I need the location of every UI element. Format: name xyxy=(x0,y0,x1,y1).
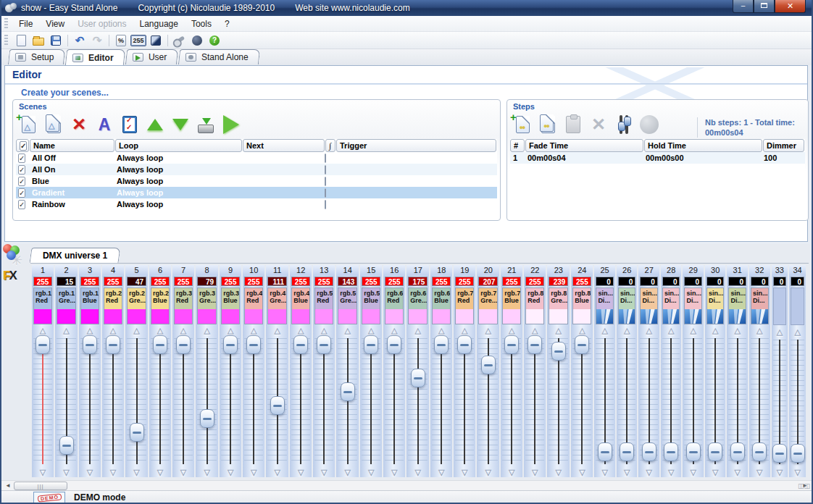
fader-thumb[interactable] xyxy=(246,335,261,354)
scene-trigger-checkbox[interactable] xyxy=(325,200,326,209)
patch-button[interactable] xyxy=(172,33,188,48)
scene-trigger-checkbox[interactable] xyxy=(325,177,326,186)
fader-down-arrow-icon[interactable]: ▽ xyxy=(547,468,570,476)
menu-file[interactable]: File xyxy=(12,17,39,30)
fader-up-arrow-icon[interactable]: △ xyxy=(789,327,806,336)
scene-enabled-checkbox[interactable]: ✓ xyxy=(18,188,25,198)
scrollbar-thumb[interactable]: ||| xyxy=(14,482,67,490)
steps-col-fade-time[interactable]: Fade Time xyxy=(525,139,643,152)
tab-dmx-universe-1[interactable]: DMX universe 1 xyxy=(30,248,121,263)
fader-thumb[interactable] xyxy=(130,423,144,442)
fader-thumb[interactable] xyxy=(504,335,519,354)
channel-fader[interactable]: △▽ xyxy=(661,326,682,477)
fader-down-arrow-icon[interactable]: ▽ xyxy=(336,468,359,476)
fader-thumb[interactable] xyxy=(341,382,355,401)
scenes-col-next[interactable]: Next xyxy=(243,139,325,152)
scenes-check-all-header[interactable]: ✓ xyxy=(16,139,29,152)
fader-up-arrow-icon[interactable]: △ xyxy=(705,326,726,335)
fader-thumb[interactable] xyxy=(317,335,331,354)
channel-fader[interactable]: △▽ xyxy=(102,326,124,477)
steps-col-num[interactable]: # xyxy=(510,139,525,152)
fader-up-arrow-icon[interactable]: △ xyxy=(313,326,335,335)
fader-thumb[interactable] xyxy=(200,409,214,428)
channel-fader[interactable]: △▽ xyxy=(454,326,475,477)
scene-enabled-checkbox[interactable]: ✓ xyxy=(18,200,25,209)
fader-thumb[interactable] xyxy=(752,442,767,461)
step-row-1[interactable]: 100m00s0400m00s00100 xyxy=(510,152,805,164)
channel-fader[interactable]: △▽ xyxy=(32,326,54,477)
fader-up-arrow-icon[interactable]: △ xyxy=(772,327,788,336)
delete-scene-button[interactable]: ✕ xyxy=(68,114,90,135)
copy-scene-button[interactable]: △ xyxy=(43,114,64,135)
fader-up-arrow-icon[interactable]: △ xyxy=(683,326,704,335)
fader-down-arrow-icon[interactable]: ▽ xyxy=(571,468,593,476)
new-button[interactable] xyxy=(13,33,29,48)
fader-thumb[interactable] xyxy=(411,369,425,387)
channel-fader[interactable]: △▽ xyxy=(360,326,382,477)
channel-fader[interactable]: △▽ xyxy=(524,326,546,477)
fader-thumb[interactable] xyxy=(598,442,612,461)
minimize-button[interactable]: – xyxy=(733,0,754,13)
fader-down-arrow-icon[interactable]: ▽ xyxy=(661,468,682,476)
maximize-button[interactable] xyxy=(754,0,775,13)
scene-row-gradient[interactable]: ✓GradientAlways loop xyxy=(16,187,497,198)
fader-up-arrow-icon[interactable]: △ xyxy=(430,326,452,335)
fader-up-arrow-icon[interactable]: △ xyxy=(243,326,264,335)
channel-fader[interactable]: △▽ xyxy=(196,326,218,477)
hardware-button[interactable] xyxy=(189,33,205,48)
channel-fader[interactable]: △▽ xyxy=(220,326,241,477)
fader-down-arrow-icon[interactable]: ▽ xyxy=(220,468,241,476)
horizontal-scrollbar[interactable]: ◄ ||| ► xyxy=(1,480,812,490)
fader-down-arrow-icon[interactable]: ▽ xyxy=(360,468,382,476)
fader-down-arrow-icon[interactable]: ▽ xyxy=(594,468,615,476)
fader-up-arrow-icon[interactable]: △ xyxy=(336,326,359,335)
channel-fader[interactable]: △▽ xyxy=(571,326,593,477)
fader-up-arrow-icon[interactable]: △ xyxy=(547,326,570,335)
fader-up-arrow-icon[interactable]: △ xyxy=(360,326,382,335)
fader-thumb[interactable] xyxy=(434,335,449,354)
fader-up-arrow-icon[interactable]: △ xyxy=(290,326,312,335)
fader-down-arrow-icon[interactable]: ▽ xyxy=(789,468,806,476)
fader-down-arrow-icon[interactable]: ▽ xyxy=(727,468,748,476)
channel-fader[interactable]: △▽ xyxy=(290,326,312,477)
fader-thumb[interactable] xyxy=(481,356,496,374)
scene-trigger-checkbox[interactable] xyxy=(325,154,326,163)
scenes-col-name[interactable]: Name xyxy=(30,139,114,152)
fader-thumb[interactable] xyxy=(642,442,656,461)
tab-setup[interactable]: Setup xyxy=(8,49,66,64)
fader-up-arrow-icon[interactable]: △ xyxy=(638,326,659,335)
channel-fader[interactable]: △▽ xyxy=(336,326,359,477)
fader-down-arrow-icon[interactable]: ▽ xyxy=(749,468,770,476)
fader-up-arrow-icon[interactable]: △ xyxy=(149,326,171,335)
fader-down-arrow-icon[interactable]: ▽ xyxy=(524,468,546,476)
fader-thumb[interactable] xyxy=(664,442,678,461)
rename-scene-button[interactable]: A xyxy=(93,114,115,135)
channel-fader[interactable]: △▽ xyxy=(705,326,726,477)
fader-up-arrow-icon[interactable]: △ xyxy=(617,326,638,335)
fader-down-arrow-icon[interactable]: ▽ xyxy=(32,468,54,476)
fader-up-arrow-icon[interactable]: △ xyxy=(125,326,148,335)
fader-thumb[interactable] xyxy=(686,442,701,461)
fader-thumb[interactable] xyxy=(620,442,634,461)
channel-fader[interactable]: △▽ xyxy=(172,326,194,477)
fader-thumb[interactable] xyxy=(59,436,74,455)
fader-down-arrow-icon[interactable]: ▽ xyxy=(102,468,124,476)
fader-thumb[interactable] xyxy=(106,335,120,354)
fader-down-arrow-icon[interactable]: ▽ xyxy=(477,468,499,476)
scene-enabled-checkbox[interactable]: ✓ xyxy=(18,154,25,163)
move-scene-down-button[interactable] xyxy=(170,114,191,135)
scenes-col-loop[interactable]: Loop xyxy=(115,139,242,152)
steps-col-hold-time[interactable]: Hold Time xyxy=(644,139,762,152)
play-scene-button[interactable] xyxy=(220,114,242,135)
fader-thumb[interactable] xyxy=(364,335,378,354)
resize-grip-icon[interactable]: ◫◫ xyxy=(798,482,810,490)
fader-up-arrow-icon[interactable]: △ xyxy=(172,326,194,335)
open-button[interactable] xyxy=(30,33,46,48)
channel-fader[interactable]: △▽ xyxy=(430,326,452,477)
fader-up-arrow-icon[interactable]: △ xyxy=(501,326,522,335)
channel-fader[interactable]: △▽ xyxy=(594,326,615,477)
fader-down-arrow-icon[interactable]: ▽ xyxy=(617,468,638,476)
fader-thumb[interactable] xyxy=(176,335,191,354)
fader-up-arrow-icon[interactable]: △ xyxy=(220,326,241,335)
fader-up-arrow-icon[interactable]: △ xyxy=(661,326,682,335)
